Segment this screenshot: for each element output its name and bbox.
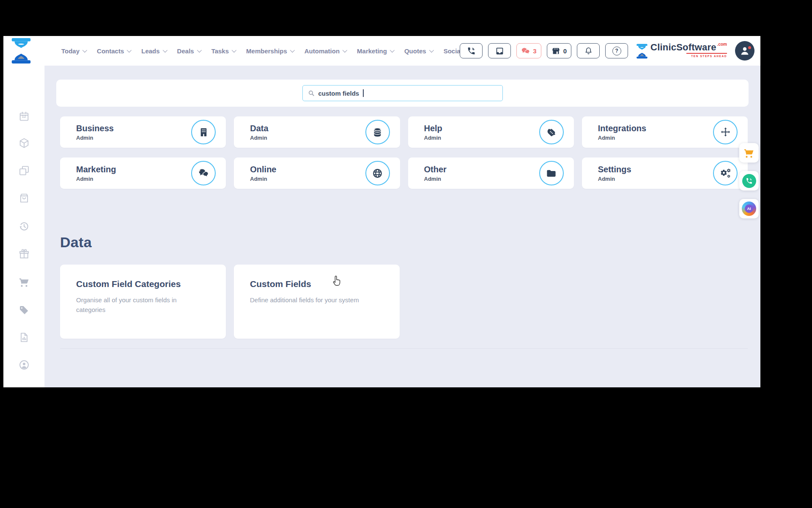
cart-icon bbox=[743, 147, 755, 159]
card-subtitle: Admin bbox=[598, 135, 646, 141]
sidebar-gift-icon[interactable] bbox=[18, 248, 30, 260]
card-subtitle: Admin bbox=[250, 176, 276, 182]
nav-item-contacts[interactable]: Contacts bbox=[97, 47, 130, 55]
result-description: Organise all of your custom fields in ca… bbox=[76, 295, 195, 315]
category-card-help[interactable]: Help Admin bbox=[408, 116, 574, 148]
bell-icon bbox=[584, 47, 593, 55]
left-sidebar: 12 bbox=[3, 66, 45, 387]
ai-label: AI bbox=[745, 204, 753, 213]
card-title: Marketing bbox=[76, 165, 116, 174]
nav-label: Memberships bbox=[246, 47, 287, 55]
sidebar-report-icon[interactable] bbox=[18, 331, 30, 343]
sidebar-copy-icon[interactable] bbox=[18, 165, 30, 177]
category-card-data[interactable]: Data Admin bbox=[234, 116, 400, 148]
money-chat-icon: $ bbox=[191, 161, 216, 185]
floating-ai-assistant-button[interactable]: AI bbox=[739, 199, 759, 218]
card-subtitle: Admin bbox=[424, 135, 442, 141]
help-button[interactable]: ? bbox=[605, 43, 628, 58]
notifications-button[interactable] bbox=[577, 43, 600, 58]
nav-item-marketing[interactable]: Marketing bbox=[357, 47, 393, 55]
sidebar-cart-icon[interactable] bbox=[18, 276, 30, 288]
chevron-down-icon bbox=[162, 48, 167, 52]
inbox-button[interactable] bbox=[488, 43, 511, 58]
card-title: Integrations bbox=[598, 124, 646, 133]
search-icon bbox=[308, 90, 315, 97]
question-mark-icon: ? bbox=[612, 47, 621, 55]
search-icon bbox=[443, 36, 454, 83]
floating-cart-button[interactable] bbox=[739, 143, 759, 163]
card-title: Other bbox=[424, 165, 447, 174]
category-card-integrations[interactable]: Integrations Admin bbox=[582, 116, 748, 148]
brand-underline bbox=[686, 53, 727, 54]
results-section-title: Data bbox=[60, 234, 92, 251]
search-results: Custom Field Categories Organise all of … bbox=[60, 265, 400, 339]
chevron-down-icon bbox=[197, 48, 201, 52]
brand-hourglass-icon bbox=[636, 44, 648, 59]
result-card-custom-fields[interactable]: Custom Fields Define additional fields f… bbox=[234, 265, 400, 339]
sidebar-lock-icon[interactable] bbox=[18, 387, 30, 387]
user-avatar[interactable] bbox=[735, 41, 754, 61]
category-card-online[interactable]: Online Admin bbox=[234, 157, 400, 189]
search-button[interactable] bbox=[443, 45, 454, 56]
nav-item-tasks[interactable]: Tasks bbox=[211, 47, 235, 55]
nav-label: Tasks bbox=[211, 47, 229, 55]
admin-search-input[interactable]: custom fields bbox=[302, 85, 503, 101]
floating-phone-button[interactable] bbox=[739, 171, 759, 190]
building-icon bbox=[191, 120, 216, 144]
sidebar-shopping-bag-icon[interactable] bbox=[18, 192, 30, 204]
admin-category-grid: Business Admin Data Admin Help Admin I bbox=[60, 116, 748, 189]
store-button[interactable]: 0 bbox=[547, 43, 571, 58]
dollar-sign: $ bbox=[198, 168, 200, 172]
messages-button[interactable]: 3 bbox=[516, 43, 541, 58]
calendar-day-number: 12 bbox=[18, 114, 30, 119]
brand-tagline: TEN STEPS AHEAD bbox=[691, 55, 727, 58]
nav-item-leads[interactable]: Leads bbox=[141, 47, 166, 55]
brand-text: ClinicSoftware .com TEN STEPS AHEAD bbox=[650, 43, 727, 58]
app-window: Today Contacts Leads Deals Tasks Members… bbox=[3, 36, 760, 387]
card-subtitle: Admin bbox=[598, 176, 631, 182]
nav-label: Deals bbox=[177, 47, 194, 55]
card-subtitle: Admin bbox=[76, 135, 114, 141]
card-title: Business bbox=[76, 124, 114, 133]
result-card-custom-field-categories[interactable]: Custom Field Categories Organise all of … bbox=[60, 265, 226, 339]
gears-icon bbox=[713, 161, 738, 185]
main-content: custom fields Business Admin Data Admin bbox=[44, 66, 760, 387]
result-title: Custom Field Categories bbox=[76, 279, 209, 289]
text-caret bbox=[363, 89, 364, 97]
sidebar-account-icon[interactable] bbox=[18, 359, 30, 371]
clinicsoftware-brand[interactable]: ClinicSoftware .com TEN STEPS AHEAD bbox=[636, 43, 727, 59]
handshake-icon bbox=[539, 120, 564, 144]
nav-label: Leads bbox=[141, 47, 159, 55]
nav-item-today[interactable]: Today bbox=[61, 47, 86, 55]
main-nav: Today Contacts Leads Deals Tasks Members… bbox=[61, 36, 482, 66]
category-card-marketing[interactable]: Marketing Admin $ bbox=[60, 157, 226, 189]
sidebar-tag-icon[interactable] bbox=[18, 304, 30, 316]
brand-tld: .com bbox=[717, 42, 727, 47]
card-title: Data bbox=[250, 124, 268, 133]
card-subtitle: Admin bbox=[250, 135, 268, 141]
sidebar-history-icon[interactable] bbox=[18, 221, 30, 232]
sidebar-cube-icon[interactable] bbox=[18, 137, 30, 149]
folder-icon bbox=[539, 161, 564, 185]
chevron-down-icon bbox=[82, 48, 87, 52]
chat-bubbles-icon bbox=[521, 47, 530, 55]
nav-label: Contacts bbox=[97, 47, 124, 55]
brand-name: ClinicSoftware bbox=[650, 43, 716, 52]
nav-item-quotes[interactable]: Quotes bbox=[404, 47, 433, 55]
app-logo-hourglass-icon[interactable] bbox=[11, 38, 32, 64]
nav-item-deals[interactable]: Deals bbox=[177, 47, 200, 55]
nav-item-memberships[interactable]: Memberships bbox=[246, 47, 294, 55]
section-divider bbox=[60, 348, 748, 349]
move-arrows-icon bbox=[713, 120, 738, 144]
category-card-settings[interactable]: Settings Admin bbox=[582, 157, 748, 189]
sidebar-calendar-icon[interactable]: 12 bbox=[18, 110, 30, 122]
store-count-badge: 0 bbox=[563, 47, 567, 55]
card-title: Online bbox=[250, 165, 276, 174]
database-icon bbox=[365, 120, 390, 144]
category-card-other[interactable]: Other Admin bbox=[408, 157, 574, 189]
phone-icon bbox=[467, 47, 476, 55]
category-card-business[interactable]: Business Admin bbox=[60, 116, 226, 148]
nav-item-automation[interactable]: Automation bbox=[304, 47, 346, 55]
chevron-down-icon bbox=[127, 48, 132, 52]
phone-button[interactable] bbox=[460, 43, 483, 58]
